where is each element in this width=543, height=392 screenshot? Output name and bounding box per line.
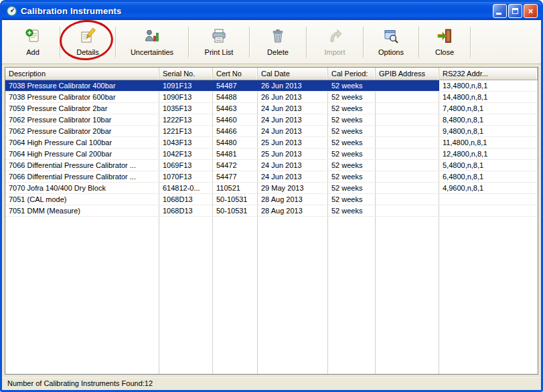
toolbar-separator [188, 27, 189, 58]
table-cell: 54460 [213, 114, 258, 125]
close-button[interactable]: Close [424, 23, 465, 62]
column-header-cert-no[interactable]: Cert No [213, 68, 258, 80]
table-cell: 52 weeks [328, 137, 376, 148]
table-row[interactable]: 7051 DMM (Measure)1068D1350-1053128 Aug … [5, 205, 538, 217]
title-bar: Calibration Instruments × [2, 2, 541, 20]
status-bar: Number of Calibrating Instruments Found:… [2, 376, 541, 390]
table-cell: 52 weeks [328, 103, 376, 114]
table-row[interactable]: 7062 Pressure Calibrator 20bar1221F13544… [5, 126, 538, 137]
toolbar-separator [60, 27, 60, 58]
toolbar-separator [115, 27, 116, 58]
table-cell: 54472 [213, 160, 258, 171]
table-row[interactable]: 7059 Pressure Calibrator 2bar1035F135446… [5, 103, 538, 114]
table-cell [376, 171, 439, 182]
toolbar-separator [470, 27, 471, 58]
table-cell: 52 weeks [328, 171, 376, 182]
table-cell: 7051 DMM (Measure) [5, 205, 159, 216]
column-header-rs232-address[interactable]: RS232 Addr... [439, 68, 538, 80]
table-cell: 1091F13 [159, 80, 213, 91]
table-cell: 25 Jun 2013 [258, 149, 328, 159]
table-row[interactable]: 7064 High Pressure Cal 100bar1043F135448… [5, 137, 538, 149]
column-header-serial-no[interactable]: Serial No. [159, 68, 213, 80]
minimize-button[interactable] [493, 4, 507, 18]
uncertainties-button[interactable]: Uncertainties [121, 23, 183, 62]
table-cell: 52 weeks [328, 149, 376, 159]
column-header-description[interactable]: Description [5, 68, 159, 80]
table-cell: 7038 Pressure Calibrator 600bar [5, 92, 159, 102]
table-cell: 7038 Pressure Calibrator 400bar [5, 80, 159, 91]
table-cell: 50-10531 [213, 194, 258, 205]
table-cell: 1069F13 [159, 160, 213, 171]
table-row[interactable]: 7051 (CAL mode)1068D1350-1053128 Aug 201… [5, 194, 538, 205]
table-row[interactable]: 7070 Jofra 140/400 Dry Block614812-0...1… [5, 183, 538, 194]
table-cell [376, 103, 439, 114]
table-cell: 7064 High Pressure Cal 100bar [5, 137, 159, 148]
delete-button[interactable]: Delete [255, 23, 301, 62]
details-button[interactable]: Details [66, 23, 110, 62]
column-header-cal-date[interactable]: Cal Date [258, 68, 328, 80]
maximize-button[interactable] [508, 4, 522, 18]
table-cell: 9,4800,n,8,1 [439, 126, 538, 136]
table-row[interactable]: 7066 Differential Pressure Calibrator ..… [5, 160, 538, 171]
details-icon [79, 27, 96, 46]
table-cell: 52 weeks [328, 183, 376, 193]
uncertainties-button-label: Uncertainties [131, 48, 173, 56]
table-cell: 54466 [213, 126, 258, 136]
add-button[interactable]: Add [11, 23, 54, 62]
table-cell: 4,9600,n,8,1 [439, 183, 538, 193]
table-cell [439, 205, 538, 216]
table-cell: 29 May 2013 [258, 183, 328, 193]
print-list-button[interactable]: Print List [194, 23, 244, 62]
table-cell [376, 160, 439, 171]
table-row[interactable]: 7038 Pressure Calibrator 400bar1091F1354… [5, 80, 538, 92]
table-cell: 7070 Jofra 140/400 Dry Block [5, 183, 159, 193]
details-button-label: Details [76, 48, 99, 56]
table-cell: 52 weeks [328, 92, 376, 102]
table-body: 7038 Pressure Calibrator 400bar1091F1354… [5, 80, 538, 374]
add-icon [24, 27, 42, 46]
close-button-label: Close [435, 48, 454, 56]
table-cell: 7064 High Pressure Cal 200bar [5, 149, 159, 159]
table-cell: 26 Jun 2013 [258, 92, 328, 102]
delete-icon [269, 27, 287, 46]
column-header-cal-period[interactable]: Cal Period: [328, 68, 376, 80]
table-row[interactable]: 7038 Pressure Calibrator 600bar1090F1354… [5, 92, 538, 103]
print-icon [210, 27, 228, 46]
close-window-button[interactable]: × [524, 4, 538, 18]
table-cell: 54477 [213, 171, 258, 182]
options-button[interactable]: Options [369, 23, 413, 62]
table-row[interactable]: 7062 Pressure Calibrator 10bar1222F13544… [5, 114, 538, 126]
minimize-icon [496, 13, 501, 15]
table-cell: 54463 [213, 103, 258, 114]
table-cell: 50-10531 [213, 205, 258, 216]
table-cell [376, 80, 439, 91]
table-row[interactable]: 7064 High Pressure Cal 200bar1042F135448… [5, 149, 538, 160]
table-cell: 8,4800,n,8,1 [439, 114, 538, 125]
table-cell: 1042F13 [159, 149, 213, 159]
table-cell [376, 194, 439, 205]
import-icon [326, 27, 343, 46]
table-cell: 54481 [213, 149, 258, 159]
table-cell: 5,4800,n,8,1 [439, 160, 538, 171]
maximize-icon [512, 8, 518, 14]
table-cell: 24 Jun 2013 [258, 126, 328, 136]
table-cell [376, 126, 439, 136]
toolbar-separator [249, 27, 250, 58]
table-cell [376, 149, 439, 159]
table-cell [376, 92, 439, 102]
table-cell: 24 Jun 2013 [258, 114, 328, 125]
table-cell: 26 Jun 2013 [258, 80, 328, 91]
toolbar-separator [363, 27, 364, 58]
window-title: Calibration Instruments [21, 6, 493, 16]
column-header-gpib-address[interactable]: GPIB Address [376, 68, 439, 80]
table-cell: 614812-0... [159, 183, 213, 193]
table-cell [376, 137, 439, 148]
import-button-label: Import [324, 48, 345, 56]
table-row[interactable]: 7066 Differential Pressure Calibrator ..… [5, 171, 538, 183]
table-cell: 7062 Pressure Calibrator 10bar [5, 114, 159, 125]
delete-button-label: Delete [267, 48, 289, 56]
table-cell: 1221F13 [159, 126, 213, 136]
add-button-label: Add [26, 48, 40, 56]
table-cell [376, 183, 439, 193]
table-cell: 24 Jun 2013 [258, 103, 328, 114]
